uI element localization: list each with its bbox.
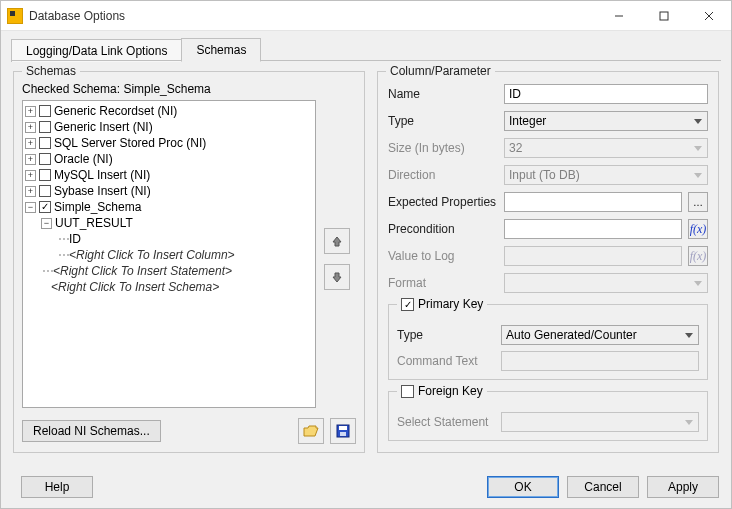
pk-cmd-field [501, 351, 699, 371]
tab-strip: Logging/Data Link Options Schemas [1, 31, 731, 61]
minimize-button[interactable] [596, 2, 641, 30]
expand-icon[interactable]: + [25, 138, 36, 149]
type-label: Type [388, 114, 498, 128]
size-label: Size (In bytes) [388, 141, 498, 155]
tree-insert-statement: ⋯<Right Click To Insert Statement> [25, 263, 313, 279]
save-button[interactable] [330, 418, 356, 444]
move-down-button[interactable] [324, 264, 350, 290]
svg-rect-5 [339, 426, 347, 430]
expand-icon[interactable]: + [25, 186, 36, 197]
fx-icon: f(x) [690, 249, 707, 264]
help-button[interactable]: Help [21, 476, 93, 498]
maximize-icon [659, 11, 669, 21]
expected-label: Expected Properties [388, 195, 498, 209]
type-combo[interactable]: Integer [504, 111, 708, 131]
primary-key-group: ✓ Primary Key Type Auto Generated/Counte… [388, 304, 708, 380]
expand-icon[interactable]: + [25, 154, 36, 165]
move-up-button[interactable] [324, 228, 350, 254]
checkbox[interactable] [39, 121, 51, 133]
format-combo [504, 273, 708, 293]
collapse-icon[interactable]: − [25, 202, 36, 213]
svg-rect-6 [340, 432, 346, 436]
pk-type-label: Type [397, 328, 495, 342]
checkbox[interactable] [39, 105, 51, 117]
titlebar: Database Options [1, 1, 731, 31]
valuelog-field [504, 246, 682, 266]
schemas-legend: Schemas [22, 64, 80, 78]
expand-icon[interactable]: + [25, 122, 36, 133]
tab-logging[interactable]: Logging/Data Link Options [11, 39, 182, 62]
checkbox[interactable] [39, 137, 51, 149]
tree-insert-column: ⋯<Right Click To Insert Column> [25, 247, 313, 263]
precondition-field[interactable] [504, 219, 682, 239]
fk-select-label: Select Statement [397, 415, 495, 429]
tree-item: +SQL Server Stored Proc (NI) [25, 135, 313, 151]
open-button[interactable] [298, 418, 324, 444]
pk-type-combo[interactable]: Auto Generated/Counter [501, 325, 699, 345]
svg-rect-1 [660, 12, 668, 20]
minimize-icon [614, 11, 624, 21]
tree-item: +Generic Recordset (NI) [25, 103, 313, 119]
tree-item: +MySQL Insert (NI) [25, 167, 313, 183]
window: Database Options Logging/Data Link Optio… [0, 0, 732, 509]
tab-schemas[interactable]: Schemas [181, 38, 261, 62]
expand-icon[interactable]: + [25, 106, 36, 117]
fx-icon: f(x) [690, 222, 707, 237]
format-label: Format [388, 276, 498, 290]
pk-cmd-label: Command Text [397, 354, 495, 368]
checkbox[interactable] [39, 185, 51, 197]
cancel-button[interactable]: Cancel [567, 476, 639, 498]
foreign-key-checkbox[interactable] [401, 385, 414, 398]
arrow-up-icon [330, 234, 344, 248]
tree-item-uut-result: −UUT_RESULT [25, 215, 313, 231]
button-bar: Help OK Cancel Apply [1, 470, 731, 508]
foreign-key-group: Foreign Key Select Statement [388, 391, 708, 441]
folder-open-icon [303, 424, 319, 438]
expand-icon[interactable]: + [25, 170, 36, 181]
checkbox[interactable] [39, 153, 51, 165]
close-icon [704, 11, 714, 21]
expected-browse-button[interactable]: … [688, 192, 708, 212]
primary-key-checkbox[interactable]: ✓ [401, 298, 414, 311]
tree-insert-schema: <Right Click To Insert Schema> [25, 279, 313, 295]
apply-button[interactable]: Apply [647, 476, 719, 498]
primary-key-label: Primary Key [418, 297, 483, 311]
valuelog-fx-button: f(x) [688, 246, 708, 266]
app-icon [7, 8, 23, 24]
arrow-down-icon [330, 270, 344, 284]
tree-item: +Generic Insert (NI) [25, 119, 313, 135]
precondition-fx-button[interactable]: f(x) [688, 219, 708, 239]
expected-field[interactable] [504, 192, 682, 212]
ellipsis-icon: … [693, 197, 703, 208]
ok-button[interactable]: OK [487, 476, 559, 498]
foreign-key-label: Foreign Key [418, 384, 483, 398]
schemas-groupbox: Schemas Checked Schema: Simple_Schema +G… [13, 71, 365, 453]
reload-schemas-button[interactable]: Reload NI Schemas... [22, 420, 161, 442]
save-icon [336, 424, 350, 438]
direction-label: Direction [388, 168, 498, 182]
maximize-button[interactable] [641, 2, 686, 30]
tree-item: +Oracle (NI) [25, 151, 313, 167]
precondition-label: Precondition [388, 222, 498, 236]
valuelog-label: Value to Log [388, 249, 498, 263]
fk-select-combo [501, 412, 699, 432]
tree-item: +Sybase Insert (NI) [25, 183, 313, 199]
chevron-down-icon [691, 142, 704, 155]
schema-tree[interactable]: +Generic Recordset (NI) +Generic Insert … [22, 100, 316, 408]
chevron-down-icon [691, 115, 704, 128]
tree-item-id: ⋯ID [25, 231, 313, 247]
collapse-icon[interactable]: − [41, 218, 52, 229]
close-button[interactable] [686, 2, 731, 30]
size-combo: 32 [504, 138, 708, 158]
direction-combo: Input (To DB) [504, 165, 708, 185]
column-parameter-groupbox: Column/Parameter Name Type Integer [377, 71, 719, 453]
column-legend: Column/Parameter [386, 64, 495, 78]
chevron-down-icon [682, 416, 695, 429]
checkbox[interactable] [39, 169, 51, 181]
name-field[interactable] [504, 84, 708, 104]
chevron-down-icon [691, 277, 704, 290]
window-title: Database Options [29, 9, 596, 23]
checkbox-checked[interactable]: ✓ [39, 201, 51, 213]
chevron-down-icon [691, 169, 704, 182]
chevron-down-icon [682, 329, 695, 342]
